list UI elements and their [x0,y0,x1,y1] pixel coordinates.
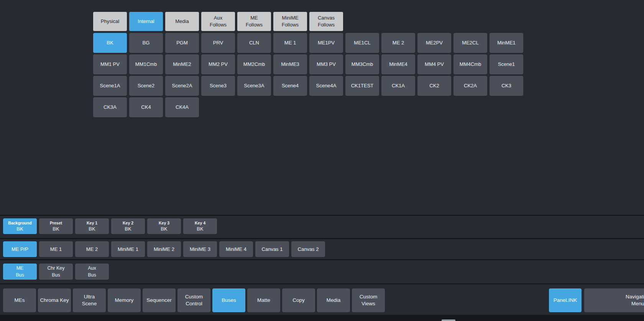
source-button-mm2cmb[interactable]: MM2Cmb [237,54,271,74]
bus-tab-label-top: Chr Key [47,265,64,272]
bottom-nav-button-navigation-menu[interactable]: Navigation Menu [584,288,644,312]
source-button-mm3-pv[interactable]: MM3 PV [309,54,343,74]
me-tab-canvas-1[interactable]: Canvas 1 [255,241,289,257]
source-button-mm1cmb[interactable]: MM1Cmb [129,54,163,74]
source-button-scene4[interactable]: Scene4 [273,76,307,96]
me-tab-canvas-2[interactable]: Canvas 2 [291,241,325,257]
source-button-label: Scene4A [316,82,337,89]
bus-type-tab-physical[interactable]: Physical [93,12,127,31]
me-tab-minime-4[interactable]: MiniME 4 [219,241,253,257]
source-button-ck1test[interactable]: CK1TEST [345,76,379,96]
source-button-label: Scene1 [498,61,515,68]
bus-type-tab-minime-follows[interactable]: MiniME Follows [273,12,307,31]
bus-tab-label-bottom: Bus [88,272,96,278]
bus-tab-aux-bus[interactable]: AuxBus [75,264,109,280]
bus-tab-chr-key-bus[interactable]: Chr KeyBus [39,264,73,280]
source-button-ck2[interactable]: CK2 [417,76,451,96]
source-button-label: ME1CL [354,39,370,46]
bottom-nav-button-panelink[interactable]: PaneLINK [549,288,582,312]
source-button-minme1[interactable]: MinME1 [490,33,523,53]
bottom-nav-button-label: MEs [15,297,25,304]
bus-type-tab-me-follows[interactable]: ME Follows [237,12,271,31]
bus-type-tab-label: Physical [101,18,119,25]
bottom-strip [0,315,644,321]
bus-type-tab-aux-follows[interactable]: Aux Follows [201,12,235,31]
source-button-scene3a[interactable]: Scene3A [237,76,271,96]
source-button-me2cl[interactable]: ME2CL [453,33,487,53]
keyer-tab-label-bottom: BK [161,226,167,232]
source-button-mm2-pv[interactable]: MM2 PV [201,54,235,74]
bus-type-tab-internal[interactable]: Internal [129,12,163,31]
source-button-mm3cmb[interactable]: MM3Cmb [345,54,379,74]
source-button-mm4cmb[interactable]: MM4Cmb [453,54,487,74]
section-divider [0,259,644,260]
source-button-bk[interactable]: BK [93,33,127,53]
bottom-nav-button-custom-control[interactable]: Custom Control [177,288,210,312]
source-button-me1cl[interactable]: ME1CL [345,33,379,53]
keyer-tab-preset-bk[interactable]: PresetBK [39,218,73,234]
bottom-nav-button-chroma-key[interactable]: Chroma Key [38,288,71,312]
bus-type-tab-canvas-follows[interactable]: Canvas Follows [309,12,343,31]
source-button-minme4[interactable]: MinME4 [381,54,415,74]
source-button-scene4a[interactable]: Scene4A [309,76,343,96]
me-tab-minime-1[interactable]: MiniME 1 [111,241,145,257]
source-button-label: CLN [249,39,259,46]
keyer-tab-key-1-bk[interactable]: Key 1BK [75,218,109,234]
source-button-ck3a[interactable]: CK3A [93,97,127,117]
bottom-nav-button-memory[interactable]: Memory [108,288,141,312]
bottom-nav-right: PaneLINKNavigation Menu [549,288,644,312]
source-button-label: CK1A [392,82,405,89]
me-tab-label: Canvas 1 [262,246,283,253]
keyer-tab-key-3-bk[interactable]: Key 3BK [147,218,181,234]
source-button-scene1a[interactable]: Scene1A [93,76,127,96]
source-button-label: Scene2 [138,82,154,89]
source-button-scene1[interactable]: Scene1 [490,54,523,74]
source-button-ck3[interactable]: CK3 [490,76,523,96]
source-button-label: ME2CL [462,39,478,46]
source-button-me2pv[interactable]: ME2PV [417,33,451,53]
source-button-mm1-pv[interactable]: MM1 PV [93,54,127,74]
bottom-nav-button-sequencer[interactable]: Sequencer [143,288,176,312]
bus-type-tab-media[interactable]: Media [165,12,199,31]
bus-type-tab-label: Aux Follows [210,15,227,28]
bottom-nav-button-buses[interactable]: Buses [212,288,245,312]
source-button-minme2[interactable]: MinME2 [165,54,199,74]
source-button-label: PGM [176,39,188,46]
source-button-scene2[interactable]: Scene2 [129,76,163,96]
bottom-nav-button-label: Memory [115,297,134,304]
source-button-ck4[interactable]: CK4 [129,97,163,117]
bus-type-tab-label: Media [175,18,189,25]
keyer-tab-background-bk[interactable]: BackgroundBK [3,218,37,234]
keyer-tab-key-2-bk[interactable]: Key 2BK [111,218,145,234]
source-button-cln[interactable]: CLN [237,33,271,53]
bottom-nav-button-media[interactable]: Media [317,288,350,312]
me-tab-me-p-p[interactable]: ME P/P [3,241,37,257]
source-button-scene3[interactable]: Scene3 [201,76,235,96]
bottom-nav-button-copy[interactable]: Copy [282,288,315,312]
bottom-nav-button-ultra-scene[interactable]: Ultra Scene [73,288,106,312]
source-button-minme3[interactable]: MinME3 [273,54,307,74]
me-tab-row: ME P/PME 1ME 2MiniME 1MiniME 2MiniME 3Mi… [3,241,325,257]
bottom-nav-button-mes[interactable]: MEs [3,288,36,312]
keyer-tab-key-4-bk[interactable]: Key 4BK [183,218,217,234]
source-button-me-1[interactable]: ME 1 [273,33,307,53]
source-button-label: MM1 PV [100,61,120,68]
me-tab-minime-3[interactable]: MiniME 3 [183,241,217,257]
scrollbar-thumb[interactable] [442,319,455,321]
source-button-ck2a[interactable]: CK2A [453,76,487,96]
source-button-prv[interactable]: PRV [201,33,235,53]
me-tab-me-2[interactable]: ME 2 [75,241,109,257]
source-button-mm4-pv[interactable]: MM4 PV [417,54,451,74]
bus-tab-me-bus[interactable]: MEBus [3,264,37,280]
source-button-ck1a[interactable]: CK1A [381,76,415,96]
me-tab-minime-2[interactable]: MiniME 2 [147,241,181,257]
source-button-bg[interactable]: BG [129,33,163,53]
source-button-pgm[interactable]: PGM [165,33,199,53]
source-button-me-2[interactable]: ME 2 [381,33,415,53]
bottom-nav-button-custom-views[interactable]: Custom Views [352,288,385,312]
source-button-ck4a[interactable]: CK4A [165,97,199,117]
source-button-me1pv[interactable]: ME1PV [309,33,343,53]
bottom-nav-button-matte[interactable]: Matte [247,288,280,312]
me-tab-me-1[interactable]: ME 1 [39,241,73,257]
source-button-scene2a[interactable]: Scene2A [165,76,199,96]
